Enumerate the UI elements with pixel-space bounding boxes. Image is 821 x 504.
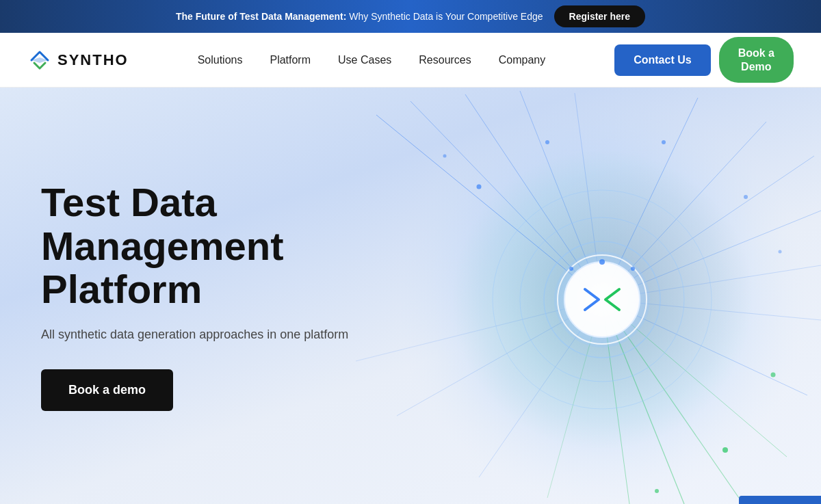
book-demo-hero-button[interactable]: Book a demo [41,369,173,411]
nav-item-solutions[interactable]: Solutions [198,54,243,66]
nav-item-company[interactable]: Company [499,54,545,66]
svg-point-31 [722,447,728,453]
bottom-bar-hint [739,496,821,504]
hero-section: Test Data Management Platform All synthe… [0,88,821,504]
nav-item-resources[interactable]: Resources [419,54,471,66]
hero-content: Test Data Management Platform All synthe… [0,181,410,411]
svg-point-40 [599,259,605,265]
svg-point-25 [443,155,447,158]
nav-item-platform[interactable]: Platform [270,54,311,66]
nav-link-platform[interactable]: Platform [270,54,311,66]
logo-text: SYNTHO [57,51,129,69]
contact-button[interactable]: Contact Us [614,44,710,76]
navbar: SYNTHO Solutions Platform Use Cases Reso… [0,33,821,88]
svg-point-41 [631,267,635,271]
nav-link-resources[interactable]: Resources [419,54,471,66]
svg-point-24 [477,185,482,189]
syntho-logo-icon [27,48,52,72]
hero-title-line1: Test Data Management [41,180,284,268]
svg-point-27 [662,140,666,144]
nav-links: Solutions Platform Use Cases Resources C… [198,54,546,66]
announcement-bold: The Future of Test Data Management: [176,11,346,22]
announcement-text: The Future of Test Data Management: Why … [176,11,543,22]
nav-link-solutions[interactable]: Solutions [198,54,243,66]
nav-actions: Contact Us Book aDemo [614,37,794,82]
hero-title: Test Data Management Platform [41,181,369,311]
announcement-suffix: Why Synthetic Data is Your Competitive E… [349,11,543,22]
hero-graphic [342,88,821,504]
nav-link-company[interactable]: Company [499,54,545,66]
logo[interactable]: SYNTHO [27,48,129,72]
svg-point-42 [569,267,573,271]
nav-link-use-cases[interactable]: Use Cases [338,54,391,66]
radial-svg [342,88,821,504]
book-demo-nav-button[interactable]: Book aDemo [719,37,794,82]
svg-point-28 [744,195,748,199]
svg-point-32 [655,489,659,493]
hero-title-line2: Platform [41,267,202,311]
register-button[interactable]: Register here [554,5,645,27]
svg-point-26 [545,140,549,144]
nav-item-use-cases[interactable]: Use Cases [338,54,391,66]
hero-subtitle: All synthetic data generation approaches… [41,328,369,342]
svg-point-30 [771,373,776,377]
announcement-bar: The Future of Test Data Management: Why … [0,0,821,33]
svg-point-29 [779,250,782,254]
